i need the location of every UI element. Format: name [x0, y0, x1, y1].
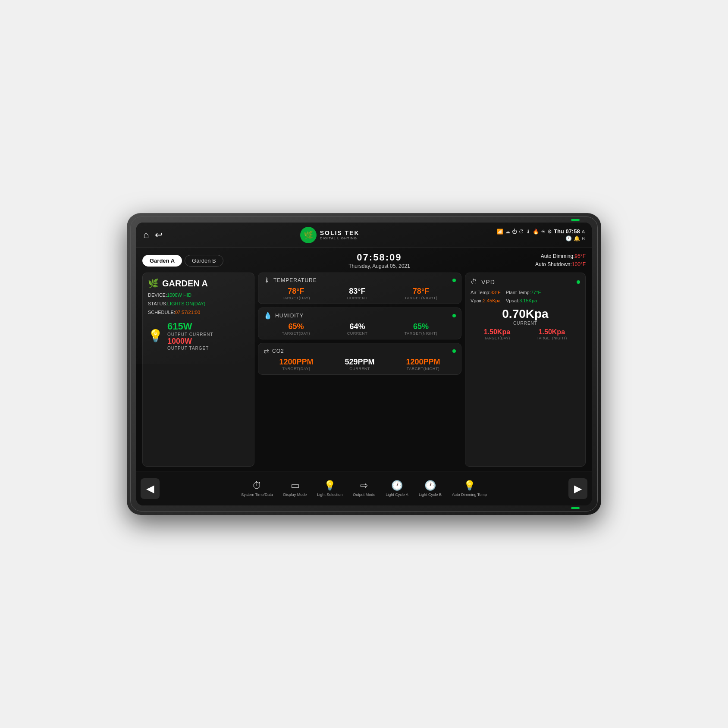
hum-target-day: 65% TARGET(DAY) — [282, 322, 310, 336]
plant-icon: 🌿 — [148, 278, 159, 289]
co2-target-night-value: 1200PPM — [406, 358, 440, 367]
hum-target-night-value: 65% — [405, 322, 437, 331]
vpd-plant-temp-value: 77°F — [531, 290, 541, 295]
data-grid: 🌿 GARDEN A DEVICE:1000W HID STATUS:LIGHT… — [142, 273, 586, 467]
sun-icon: ☀ — [541, 229, 546, 235]
temperature-card: 🌡 TEMPERATURE 78°F TARGET(DAY) 83° — [258, 273, 461, 304]
display-mode-label: Display Mode — [283, 493, 307, 497]
tab-garden-b[interactable]: Garden B — [185, 255, 223, 267]
co2-current-value: 529PPM — [345, 358, 374, 367]
temp-values: 78°F TARGET(DAY) 83°F CURRENT 78°F TARGE… — [264, 287, 456, 300]
humidity-card: 💧 HUMIDITY 65% TARGET(DAY) 64% — [258, 308, 461, 339]
output-current-value: 615W — [167, 321, 213, 332]
auto-dimming-info: Auto Dimming:95°F — [535, 252, 586, 260]
system-time-icon: ⏱ — [252, 480, 262, 491]
vpd-vpair-value: 2.45Kpa — [483, 298, 501, 303]
bulb-icon: 💡 — [148, 329, 163, 343]
top-bar: ⌂ ↩ 🌿 SOLIS TEK DIGITAL LIGHTING 📶 ☁ ⏻ ⏱… — [136, 223, 592, 248]
hum-values: 65% TARGET(DAY) 64% CURRENT 65% TARGET(N… — [264, 322, 456, 336]
garden-info: DEVICE:1000W HID STATUS:LIGHTS ON(DAY) S… — [148, 291, 249, 317]
vpd-icon: ⏱ — [471, 278, 478, 286]
temp-current: 83°F CURRENT — [347, 287, 368, 300]
cloud-icon: ☁ — [505, 229, 510, 235]
brand-name: SOLIS TEK — [320, 229, 360, 237]
tab-garden-a[interactable]: Garden A — [142, 255, 182, 267]
nav-prev-button[interactable]: ◀ — [141, 478, 160, 499]
co2-target-day: 1200PPM TARGET(DAY) — [279, 358, 313, 371]
brand-tagline: DIGITAL LIGHTING — [320, 236, 360, 240]
sensors-column: 🌡 TEMPERATURE 78°F TARGET(DAY) 83° — [258, 273, 461, 467]
hum-target-day-label: TARGET(DAY) — [282, 331, 310, 336]
nav-item-light-selection[interactable]: 💡 Light Selection — [313, 478, 347, 499]
fire-icon: 🔥 — [533, 229, 539, 235]
vpd-vpsat-value: 3.15Kpa — [519, 298, 537, 303]
vpd-target-day: 1.50Kpa TARGET(DAY) — [484, 328, 510, 340]
co2-icon: ⇄ — [264, 347, 270, 355]
wattage-section: 💡 615W OUTPUT CURRENT 1000W OUTPUT TARGE… — [148, 321, 249, 351]
vpd-target-night: 1.50Kpa TARGET(NIGHT) — [537, 328, 567, 340]
temp-current-label: CURRENT — [347, 296, 368, 300]
nav-item-display-mode[interactable]: ▭ Display Mode — [279, 478, 311, 499]
temp-header: 🌡 TEMPERATURE — [264, 276, 456, 284]
schedule-info: SCHEDULE:07:57/21:00 — [148, 308, 249, 317]
nav-item-output-mode[interactable]: ⇨ Output Mode — [348, 478, 380, 499]
hum-title: 💧 HUMIDITY — [264, 311, 304, 320]
timer-icon: ⏱ — [519, 229, 524, 235]
auto-shutdown-info: Auto Shutdown:100°F — [535, 260, 586, 269]
co2-current-label: CURRENT — [345, 367, 374, 371]
device-info: DEVICE:1000W HID — [148, 291, 249, 300]
vpd-current-value: 0.70Kpa — [471, 307, 580, 321]
temp-target-night: 78°F TARGET(NIGHT) — [405, 287, 437, 300]
auto-dimming-icon: 💡 — [464, 480, 475, 491]
temp-icon: 🌡 — [526, 229, 531, 235]
nav-item-light-cycle-b[interactable]: 🕐 Light Cycle B — [414, 478, 446, 499]
co2-current: 529PPM CURRENT — [345, 358, 374, 371]
time-display: 07:58:09 — [223, 252, 535, 263]
system-time-label: System Time/Data — [241, 493, 273, 497]
temp-title: 🌡 TEMPERATURE — [264, 276, 317, 284]
vpd-target-night-value: 1.50Kpa — [537, 328, 567, 336]
vpd-card: ⏱ VPD Air Temp:83°F Plant Temp:77°F Vpai — [465, 273, 586, 467]
auto-dimming-label: Auto Dimming Temp — [452, 493, 487, 497]
vpd-header: ⏱ VPD — [471, 278, 580, 286]
auto-shutdown-value: 100°F — [572, 261, 586, 267]
vpd-kpa-row: Vpair:2.45Kpa Vpsat:3.15Kpa — [471, 297, 580, 305]
clock-icon: 🕐 — [565, 235, 572, 242]
hum-target-night: 65% TARGET(NIGHT) — [405, 322, 437, 336]
co2-values: 1200PPM TARGET(DAY) 529PPM CURRENT 1200P… — [264, 358, 456, 371]
status-info: STATUS:LIGHTS ON(DAY) — [148, 300, 249, 308]
back-icon[interactable]: ↩ — [155, 229, 163, 241]
device-frame: ⌂ ↩ 🌿 SOLIS TEK DIGITAL LIGHTING 📶 ☁ ⏻ ⏱… — [127, 213, 601, 515]
garden-name: GARDEN A — [162, 279, 208, 289]
light-cycle-b-label: Light Cycle B — [419, 493, 442, 497]
hum-target-night-label: TARGET(NIGHT) — [405, 331, 437, 336]
hum-current-label: CURRENT — [347, 331, 368, 336]
output-mode-label: Output Mode — [353, 493, 375, 497]
nav-item-light-cycle-a[interactable]: 🕐 Light Cycle A — [381, 478, 413, 499]
nav-items: ⏱ System Time/Data ▭ Display Mode 💡 Ligh… — [237, 478, 491, 499]
zone-b-label: B — [582, 236, 585, 241]
nav-item-system-time[interactable]: ⏱ System Time/Data — [237, 478, 277, 499]
light-cycle-a-label: Light Cycle A — [386, 493, 408, 497]
garden-title: 🌿 GARDEN A — [148, 278, 249, 289]
garden-a-card: 🌿 GARDEN A DEVICE:1000W HID STATUS:LIGHT… — [142, 273, 254, 467]
nav-next-button[interactable]: ▶ — [568, 478, 587, 499]
schedule-value: 07:57/21:00 — [175, 310, 200, 315]
co2-target-day-label: TARGET(DAY) — [279, 367, 313, 371]
light-cycle-a-icon: 🕐 — [391, 480, 403, 491]
co2-target-night-label: TARGET(NIGHT) — [406, 367, 440, 371]
temp-current-value: 83°F — [347, 287, 368, 296]
vpd-targets: 1.50Kpa TARGET(DAY) 1.50Kpa TARGET(NIGHT… — [471, 328, 580, 340]
nav-item-auto-dimming[interactable]: 💡 Auto Dimming Temp — [448, 478, 491, 499]
output-current-label: OUTPUT CURRENT — [167, 332, 213, 337]
wattage-info: 615W OUTPUT CURRENT 1000W OUTPUT TARGET — [167, 321, 213, 351]
temp-target-day-value: 78°F — [282, 287, 310, 296]
logo-area: 🌿 SOLIS TEK DIGITAL LIGHTING — [300, 227, 360, 243]
co2-header: ⇄ CO2 — [264, 347, 456, 355]
center-time: 07:58:09 Thursday, August 05, 2021 — [223, 252, 535, 269]
co2-title: ⇄ CO2 — [264, 347, 284, 355]
co2-card: ⇄ CO2 1200PPM TARGET(DAY) 529PPM — [258, 343, 461, 375]
output-target-value: 1000W — [167, 337, 213, 346]
co2-status-dot — [452, 349, 456, 353]
home-icon[interactable]: ⌂ — [143, 229, 149, 241]
